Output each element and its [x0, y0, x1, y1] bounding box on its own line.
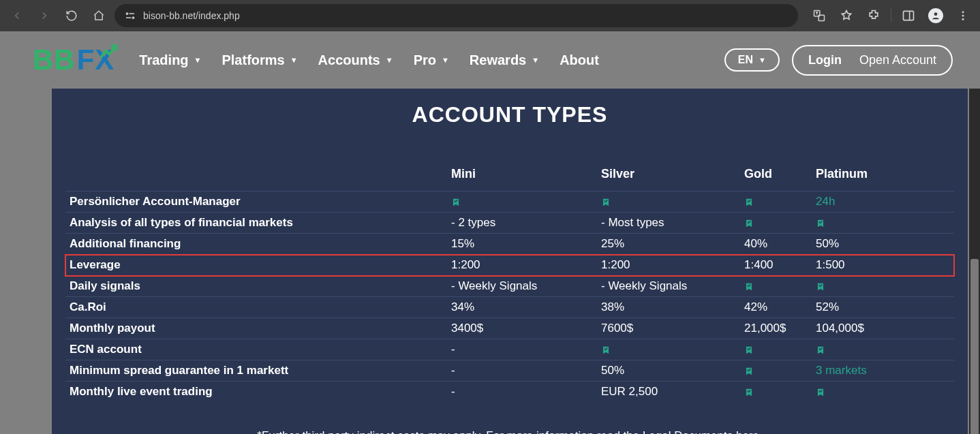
table-row: Analysis of all types of financial marke…	[65, 213, 954, 234]
site-settings-icon[interactable]	[124, 10, 136, 22]
check-icon	[744, 386, 754, 397]
forward-button[interactable]	[33, 4, 56, 27]
cell: 38%	[597, 297, 740, 318]
cell	[740, 360, 812, 382]
table-row: Monthly payout3400$7600$21,000$104,000$	[65, 318, 954, 339]
cell: -	[447, 360, 597, 382]
cell	[740, 191, 812, 213]
nav-item-accounts[interactable]: Accounts▼	[318, 52, 393, 68]
login-button[interactable]: Login	[808, 53, 842, 67]
table-row: Additional financing15%25%40%50%	[65, 234, 954, 255]
check-icon	[744, 217, 754, 228]
cell: 42%	[740, 297, 812, 318]
nav-label: Platforms	[221, 52, 284, 68]
cell: - Weekly Signals	[447, 276, 597, 297]
cell: 24h	[812, 191, 954, 213]
row-label: Leverage	[65, 255, 447, 276]
chevron-down-icon: ▼	[290, 56, 298, 64]
reload-button[interactable]	[60, 4, 83, 27]
chevron-down-icon: ▼	[194, 56, 202, 64]
translate-icon[interactable]	[808, 4, 831, 27]
cell: -	[447, 339, 597, 360]
cell	[812, 213, 954, 234]
chevron-down-icon: ▼	[442, 56, 449, 64]
cell: 25%	[597, 234, 740, 255]
column-header-mini: Mini	[447, 161, 597, 191]
cell: 1:200	[597, 255, 740, 276]
nav-label: Rewards	[470, 52, 526, 68]
nav-item-pro[interactable]: Pro▼	[414, 52, 449, 68]
nav-item-about[interactable]: About	[560, 52, 599, 68]
row-label: Monthly live event trading	[65, 382, 447, 403]
cell: 1:400	[740, 255, 812, 276]
extensions-icon[interactable]	[862, 4, 885, 27]
nav-item-platforms[interactable]: Platforms▼	[221, 52, 297, 68]
check-icon	[816, 280, 825, 292]
cell: 50%	[812, 234, 954, 255]
cell: 1:500	[812, 255, 954, 276]
row-label: Minimum spread guarantee in 1 markett	[65, 360, 447, 382]
scrollbar-thumb[interactable]	[970, 259, 979, 434]
column-header-platinum: Platinum	[812, 161, 954, 191]
check-icon	[816, 343, 825, 355]
check-icon	[601, 196, 611, 207]
nav-label: Trading	[139, 52, 188, 68]
page-content: ACCOUNT TYPES MiniSilverGoldPlatinum Per…	[52, 89, 968, 434]
svg-point-7	[962, 15, 964, 17]
page-title: ACCOUNT TYPES	[52, 102, 968, 127]
row-label: Daily signals	[65, 276, 447, 297]
cell: EUR 2,500	[597, 382, 740, 403]
site-logo[interactable]: BB FX	[33, 44, 114, 76]
cell: 40%	[740, 234, 812, 255]
logo-fx: FX	[77, 44, 115, 76]
address-bar[interactable]: bison-bb.net/index.php	[114, 4, 798, 27]
window-scrollbar[interactable]	[969, 89, 980, 434]
nav-label: Pro	[414, 52, 436, 68]
table-row: Persönlicher Account-Manager24h	[65, 191, 954, 213]
chevron-down-icon: ▼	[759, 56, 766, 64]
language-label: EN	[738, 54, 753, 66]
cell	[447, 191, 597, 213]
cell	[812, 276, 954, 297]
footnote: *Further third party indirect costs may …	[52, 429, 968, 434]
table-row: Monthly live event trading-EUR 2,500	[65, 382, 954, 403]
nav-item-rewards[interactable]: Rewards▼	[470, 52, 539, 68]
cell: - 2 types	[447, 213, 597, 234]
account-types-table: MiniSilverGoldPlatinum Persönlicher Acco…	[65, 161, 954, 402]
side-panel-icon[interactable]	[897, 4, 920, 27]
language-selector[interactable]: EN ▼	[724, 48, 780, 72]
open-account-button[interactable]: Open Account	[859, 53, 936, 67]
browser-toolbar: bison-bb.net/index.php	[0, 0, 980, 31]
back-button[interactable]	[5, 4, 29, 27]
cell	[812, 339, 954, 360]
check-icon	[744, 343, 754, 355]
cell: 21,000$	[740, 318, 812, 339]
check-icon	[601, 343, 611, 355]
cell: -	[447, 382, 597, 403]
table-row: Daily signals- Weekly Signals- Weekly Si…	[65, 276, 954, 297]
svg-point-6	[962, 11, 964, 13]
legal-documents-link[interactable]: here.	[736, 429, 763, 434]
cell	[740, 382, 812, 403]
profile-icon[interactable]	[924, 4, 947, 27]
svg-point-1	[132, 17, 134, 18]
row-label: Additional financing	[65, 234, 447, 255]
auth-buttons: Login Open Account	[792, 45, 953, 76]
footnote-text: *Further third party indirect costs may …	[257, 429, 736, 434]
cell: 3400$	[447, 318, 597, 339]
row-label: ECN account	[65, 339, 447, 360]
cell: 52%	[812, 297, 954, 318]
cell: - Most types	[597, 213, 740, 234]
check-icon	[451, 196, 461, 207]
kebab-menu-icon[interactable]	[951, 4, 975, 27]
row-label: Monthly payout	[65, 318, 447, 339]
cell	[597, 339, 740, 360]
bookmark-star-icon[interactable]	[835, 4, 858, 27]
svg-rect-4	[904, 11, 914, 20]
cell	[597, 191, 740, 213]
cell	[740, 213, 812, 234]
nav-item-trading[interactable]: Trading▼	[139, 52, 201, 68]
page-gutter-right	[968, 89, 980, 434]
cell: 1:200	[447, 255, 597, 276]
home-button[interactable]	[87, 4, 110, 27]
